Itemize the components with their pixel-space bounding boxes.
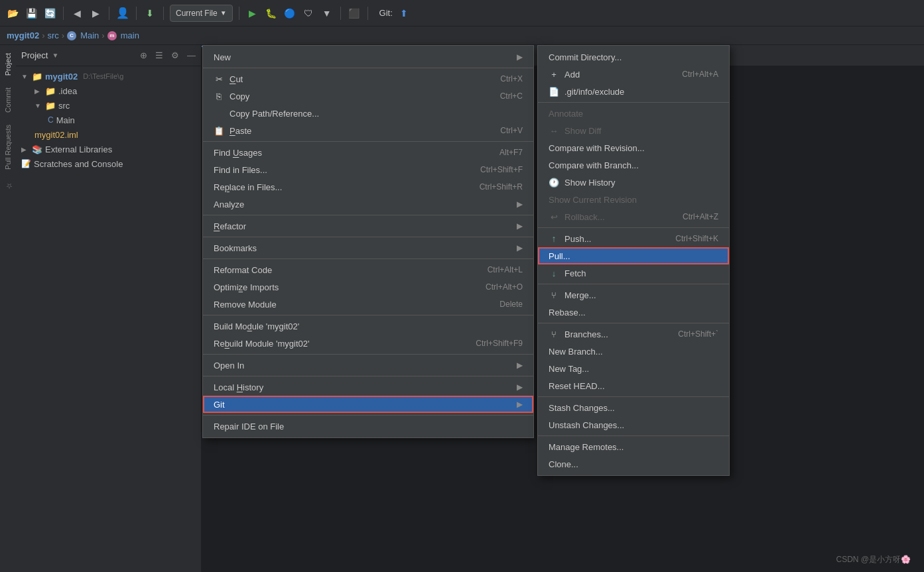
menu-git-new-tag[interactable]: New Tag... (538, 360, 729, 377)
menu-item-copy-path[interactable]: Copy Path/Reference... (203, 105, 533, 122)
menu-item-optimize[interactable]: Optimize Imports Ctrl+Alt+O (203, 278, 533, 296)
tree-item-main[interactable]: C Main (16, 113, 201, 127)
menu-git-clone[interactable]: Clone... (538, 455, 729, 473)
open-folder-icon[interactable]: 📂 (5, 6, 20, 21)
tree-path-root: D:\TestFile\g (83, 72, 123, 80)
forward-icon[interactable]: ▶ (88, 6, 103, 21)
menu-item-analyze[interactable]: Analyze ▶ (203, 196, 533, 213)
tree-label-src: src (58, 101, 70, 111)
menu-repair-ide-label: Repair IDE on File (214, 422, 284, 431)
menu-git-commit-dir-label: Commit Directory... (549, 52, 622, 62)
menu-item-paste[interactable]: 📋 Paste Ctrl+V (203, 122, 533, 139)
menu-optimize-label: Optimize Imports (214, 282, 279, 292)
menu-find-files-label: Find in Files... (214, 165, 267, 175)
tree-item-root[interactable]: ▼ 📁 mygit02 D:\TestFile\g (16, 69, 201, 84)
menu-open-in-arrow: ▶ (517, 361, 523, 370)
tree-item-scratches[interactable]: 📝 Scratches and Console (16, 156, 201, 171)
menu-item-find-files[interactable]: Find in Files... Ctrl+Shift+F (203, 161, 533, 178)
menu-git-push[interactable]: ↑ Push... Ctrl+Shift+K (538, 230, 729, 247)
menu-item-local-history[interactable]: Local History ▶ (203, 378, 533, 396)
tree-item-idea[interactable]: ▶ 📁 .idea (16, 84, 201, 98)
sidebar-item-project[interactable]: Project (2, 48, 14, 81)
vcs-icon[interactable]: 👤 (115, 6, 130, 21)
run-config-dropdown[interactable]: Current File ▼ (170, 5, 233, 22)
menu-bookmarks-arrow: ▶ (517, 243, 523, 253)
menu-item-new[interactable]: New ▶ (203, 48, 533, 66)
menu-git-merge[interactable]: ⑂ Merge... (538, 286, 729, 304)
sidebar-item-commit[interactable]: Commit (2, 82, 14, 118)
more-run-icon[interactable]: ▼ (320, 6, 334, 21)
tree-arrow-src: ▼ (34, 102, 42, 109)
menu-replace-files-label: Replace in Files... (214, 182, 282, 192)
stop-icon[interactable]: ⬛ (347, 6, 362, 21)
tree-item-extlib[interactable]: ▶ 📚 External Libraries (16, 142, 201, 156)
panel-nav-icon[interactable]: ⊕ (140, 50, 147, 60)
menu-analyze-arrow: ▶ (517, 200, 523, 209)
menu-rebuild-label: Rebuild Module 'mygit02' (214, 339, 309, 349)
menu-git-commit-dir[interactable]: Commit Directory... (538, 48, 729, 66)
vcs2-icon[interactable]: ⬇ (143, 6, 157, 21)
tree-item-iml[interactable]: mygit02.iml (16, 127, 201, 142)
panel-collapse-icon[interactable]: ☰ (155, 50, 163, 60)
coverage-icon[interactable]: 🛡 (301, 6, 316, 21)
menu-item-copy[interactable]: ⎘ Copy Ctrl+C (203, 87, 533, 105)
run-config-label: Current File (176, 9, 218, 18)
sidebar-item-bookmarks[interactable]: ☆ (2, 176, 15, 196)
menu-item-rebuild[interactable]: Rebuild Module 'mygit02' Ctrl+Shift+F9 (203, 335, 533, 352)
menu-git-sep-1 (538, 102, 729, 103)
sidebar-item-pull-requests[interactable]: Pull Requests (2, 119, 14, 175)
menu-item-git[interactable]: Git ▶ (203, 396, 533, 413)
breadcrumb-project[interactable]: mygit02 (7, 30, 39, 40)
menu-item-refactor[interactable]: Refactor ▶ (203, 217, 533, 235)
menu-git-pull[interactable]: Pull... (538, 247, 729, 264)
menu-git-fetch[interactable]: ↓ Fetch (538, 264, 729, 282)
breadcrumb-main-class[interactable]: Main (80, 30, 99, 40)
menu-git-branches[interactable]: ⑂ Branches... Ctrl+Shift+` (538, 325, 729, 343)
debug-icon[interactable]: 🐛 (264, 6, 279, 21)
profile-icon[interactable]: 🔵 (283, 6, 297, 21)
panel-title-arrow[interactable]: ▼ (52, 52, 58, 59)
tree-label-main: Main (56, 115, 75, 125)
menu-git-rebase-label: Rebase... (549, 308, 586, 317)
save-icon[interactable]: 💾 (24, 6, 38, 21)
menu-git-manage-remotes[interactable]: Manage Remotes... (538, 438, 729, 455)
menu-item-cut[interactable]: ✂ Cut Ctrl+X (203, 70, 533, 87)
menu-item-find-usages[interactable]: Find Usages Alt+F7 (203, 144, 533, 161)
menu-git-rebase[interactable]: Rebase... (538, 304, 729, 321)
menu-item-replace-files[interactable]: Replace in Files... Ctrl+Shift+R (203, 178, 533, 196)
breadcrumb-method[interactable]: main (121, 30, 139, 40)
back-icon[interactable]: ◀ (70, 6, 84, 21)
run-icon[interactable]: ▶ (245, 6, 260, 21)
menu-git-annotate-label: Annotate (549, 109, 583, 119)
menu-git-new-branch[interactable]: New Branch... (538, 343, 729, 360)
tree-item-src[interactable]: ▼ 📁 src (16, 98, 201, 113)
git-label: Git: (379, 8, 393, 18)
menu-git-compare-branch[interactable]: Compare with Branch... (538, 156, 729, 174)
refresh-icon[interactable]: 🔄 (42, 6, 57, 21)
menu-git-compare-revision[interactable]: Compare with Revision... (538, 139, 729, 156)
menu-item-open-in[interactable]: Open In ▶ (203, 357, 533, 374)
menu-git-show-history[interactable]: 🕐 Show History (538, 174, 729, 191)
context-menu-right: Commit Directory... + Add Ctrl+Alt+A 📄 .… (537, 45, 730, 476)
menu-git-unstash[interactable]: Unstash Changes... (538, 416, 729, 433)
menu-git-branches-shortcut: Ctrl+Shift+` (678, 329, 718, 339)
menu-git-reset-head[interactable]: Reset HEAD... (538, 377, 729, 394)
cut-icon: ✂ (214, 74, 224, 84)
breadcrumb-src[interactable]: src (47, 30, 58, 40)
menu-find-files-shortcut: Ctrl+Shift+F (480, 165, 523, 174)
panel-settings-icon[interactable]: ⚙ (171, 50, 179, 60)
panel-hide-icon[interactable]: — (187, 50, 196, 60)
menu-item-reformat[interactable]: Reformat Code Ctrl+Alt+L (203, 261, 533, 278)
toolbar: 📂 💾 🔄 ◀ ▶ 👤 ⬇ Current File ▼ ▶ 🐛 🔵 🛡 ▼ ⬛… (0, 0, 924, 27)
menu-git-exclude[interactable]: 📄 .git/info/exclude (538, 83, 729, 100)
menu-git-add[interactable]: + Add Ctrl+Alt+A (538, 66, 729, 83)
menu-git-stash[interactable]: Stash Changes... (538, 399, 729, 416)
git-update-icon[interactable]: ⬆ (397, 6, 411, 21)
menu-item-bookmarks[interactable]: Bookmarks ▶ (203, 239, 533, 257)
toolbar-sep-7 (367, 7, 368, 20)
tree-arrow-root: ▼ (21, 73, 29, 80)
menu-git-rollback: ↩ Rollback... Ctrl+Alt+Z (538, 208, 729, 225)
menu-item-remove-module[interactable]: Remove Module Delete (203, 296, 533, 313)
menu-item-repair-ide[interactable]: Repair IDE on File (203, 418, 533, 435)
menu-item-build[interactable]: Build Module 'mygit02' (203, 317, 533, 335)
